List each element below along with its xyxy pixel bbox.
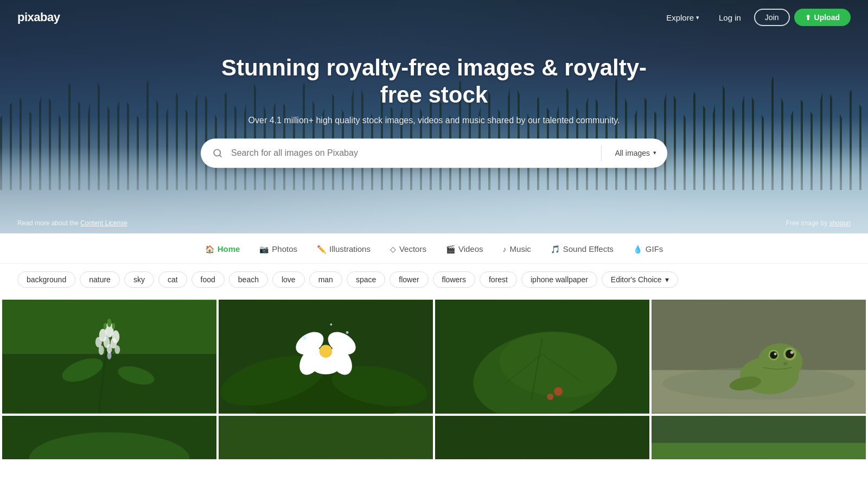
- editors-choice-chevron-icon: ▾: [665, 275, 669, 284]
- svg-rect-3: [2, 354, 216, 413]
- tab-photos[interactable]: 📷 Photos: [251, 240, 306, 258]
- hero-footer-right: Free image by shogun: [786, 219, 851, 227]
- image-grid: [0, 293, 868, 459]
- svg-point-17: [112, 323, 115, 330]
- tag-background[interactable]: background: [17, 271, 75, 288]
- tag-cat[interactable]: cat: [158, 271, 187, 288]
- tab-home-label: Home: [218, 244, 240, 254]
- upload-icon: ⬆: [805, 14, 811, 22]
- explore-label: Explore: [666, 13, 694, 22]
- camera-icon: 📷: [259, 245, 269, 254]
- frog-illustration: [652, 300, 866, 414]
- image-card[interactable]: [435, 300, 649, 414]
- tag-flowers[interactable]: flowers: [433, 271, 475, 288]
- svg-point-31: [346, 331, 349, 334]
- nav-right: Explore ▾ Log in Join ⬆ Upload: [660, 9, 851, 27]
- hero-section: pixabay Explore ▾ Log in Join ⬆ Upload S…: [0, 0, 868, 233]
- image-content: [2, 416, 216, 459]
- tab-sound-effects[interactable]: 🎵 Sound Effects: [542, 240, 622, 258]
- tag-nature[interactable]: nature: [80, 271, 120, 288]
- image-content: [435, 416, 649, 459]
- content-license-link[interactable]: Content License: [80, 219, 127, 227]
- svg-point-45: [758, 343, 803, 381]
- tab-gifs[interactable]: 💧 GIFs: [624, 240, 672, 258]
- music-icon: ♪: [503, 245, 507, 254]
- sound-icon: 🎵: [551, 245, 560, 254]
- plant-illustration: [435, 300, 649, 414]
- tag-iphone-wallpaper[interactable]: iphone wallpaper: [521, 271, 597, 288]
- svg-point-51: [774, 353, 777, 356]
- image-card[interactable]: [435, 416, 649, 459]
- tab-illustrations-label: Illustrations: [329, 244, 371, 254]
- license-prefix: Read more about the: [17, 219, 79, 227]
- tag-man[interactable]: man: [309, 271, 342, 288]
- image-content: [2, 300, 216, 414]
- svg-point-14: [107, 352, 112, 359]
- tag-flower[interactable]: flower: [390, 271, 428, 288]
- join-button[interactable]: Join: [754, 9, 790, 26]
- svg-point-52: [783, 362, 788, 365]
- search-type-chevron-icon: ▾: [653, 149, 656, 156]
- svg-point-39: [554, 387, 563, 396]
- upload-label: Upload: [814, 13, 840, 22]
- tab-sound-effects-label: Sound Effects: [563, 244, 614, 254]
- tab-illustrations[interactable]: ✏️ Illustrations: [308, 240, 379, 258]
- image-content: [435, 300, 649, 414]
- pen-icon: ✏️: [317, 245, 326, 254]
- navbar: pixabay Explore ▾ Log in Join ⬆ Upload: [0, 0, 868, 35]
- image-card[interactable]: [2, 300, 216, 414]
- search-bar: All images ▾: [201, 138, 667, 168]
- svg-point-13: [99, 345, 104, 355]
- svg-point-48: [790, 351, 794, 354]
- image-content: [219, 416, 433, 459]
- partial-image-3: [435, 416, 649, 459]
- hero-footer-left: Read more about the Content License: [17, 219, 127, 227]
- tag-love[interactable]: love: [272, 271, 305, 288]
- hero-subtitle: Over 4.1 million+ high quality stock ima…: [201, 116, 667, 125]
- flower-illustration: [2, 300, 216, 414]
- main-content: 🏠 Home 📷 Photos ✏️ Illustrations ◇ Vecto…: [0, 233, 868, 459]
- brand-logo[interactable]: pixabay: [17, 10, 60, 24]
- search-icon: [201, 148, 231, 158]
- tab-videos-label: Videos: [458, 244, 483, 254]
- search-type-label: All images: [615, 149, 650, 157]
- tab-music[interactable]: ♪ Music: [494, 240, 540, 258]
- vector-icon: ◇: [390, 245, 396, 254]
- image-content: [652, 300, 866, 414]
- image-card[interactable]: [652, 416, 866, 459]
- svg-point-32: [330, 324, 332, 326]
- svg-point-40: [547, 394, 553, 400]
- editors-choice-label: Editor's Choice: [611, 275, 662, 284]
- tag-sky[interactable]: sky: [124, 271, 154, 288]
- tag-food[interactable]: food: [192, 271, 225, 288]
- svg-point-16: [104, 323, 107, 330]
- search-input[interactable]: [231, 148, 599, 158]
- tab-photos-label: Photos: [272, 244, 297, 254]
- tab-vectors-label: Vectors: [399, 244, 426, 254]
- photographer-link[interactable]: shogun: [829, 219, 851, 227]
- tag-beach[interactable]: beach: [229, 271, 268, 288]
- search-type-button[interactable]: All images ▾: [604, 149, 667, 157]
- tag-space[interactable]: space: [347, 271, 385, 288]
- image-card[interactable]: [219, 416, 433, 459]
- image-card[interactable]: [219, 300, 433, 414]
- partial-image-2: [219, 416, 433, 459]
- tab-home[interactable]: 🏠 Home: [196, 240, 249, 258]
- login-button[interactable]: Log in: [710, 9, 750, 27]
- tag-forest[interactable]: forest: [480, 271, 517, 288]
- chevron-down-icon: ▾: [696, 14, 699, 21]
- tab-videos[interactable]: 🎬 Videos: [437, 240, 492, 258]
- tab-music-label: Music: [510, 244, 531, 254]
- editors-choice-button[interactable]: Editor's Choice ▾: [602, 271, 678, 288]
- explore-button[interactable]: Explore ▾: [660, 9, 706, 27]
- image-card[interactable]: [652, 300, 866, 414]
- svg-rect-59: [652, 443, 866, 459]
- gif-icon: 💧: [633, 245, 642, 254]
- tab-vectors[interactable]: ◇ Vectors: [381, 240, 435, 258]
- hero-title: Stunning royalty-free images & royalty-f…: [201, 54, 667, 109]
- svg-rect-57: [435, 416, 649, 459]
- upload-button[interactable]: ⬆ Upload: [794, 9, 851, 26]
- svg-rect-56: [219, 416, 433, 459]
- home-icon: 🏠: [205, 245, 214, 254]
- image-card[interactable]: [2, 416, 216, 459]
